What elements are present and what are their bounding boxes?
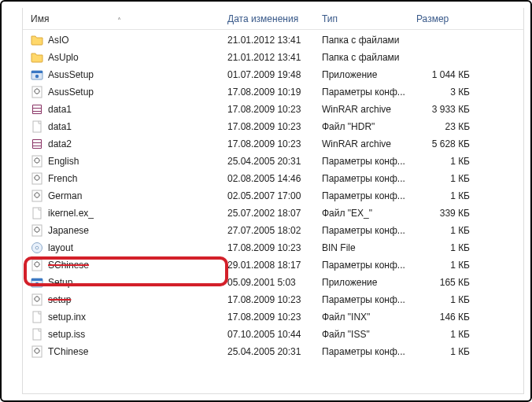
file-name: setup bbox=[48, 294, 71, 305]
file-name: layout bbox=[48, 242, 73, 253]
file-date: 17.08.2009 10:23 bbox=[227, 138, 322, 149]
config-icon bbox=[31, 224, 43, 237]
file-name: Setup bbox=[48, 277, 72, 288]
file-row[interactable]: AsIO21.01.2012 13:41Папка с файлами bbox=[23, 31, 523, 49]
svg-rect-20 bbox=[33, 208, 41, 219]
file-size: 1 КБ bbox=[416, 294, 487, 305]
file-type: Папка с файлами bbox=[322, 52, 416, 63]
file-date: 17.08.2009 10:23 bbox=[227, 294, 322, 305]
file-size: 1 044 КБ bbox=[416, 69, 487, 80]
file-date: 17.08.2009 10:23 bbox=[227, 242, 322, 253]
file-row[interactable]: AsusSetup01.07.2009 19:48Приложение1 044… bbox=[23, 66, 523, 83]
file-date: 17.08.2009 10:23 bbox=[227, 104, 322, 115]
file-size: 1 КБ bbox=[416, 173, 487, 184]
archive-icon bbox=[31, 138, 43, 150]
file-row[interactable]: data117.08.2009 10:23Файл "HDR"23 КБ bbox=[23, 118, 523, 135]
file-date: 02.05.2007 17:00 bbox=[227, 190, 322, 201]
file-type: Параметры конф... bbox=[322, 156, 416, 167]
file-type: Файл "INX" bbox=[322, 312, 416, 323]
file-date: 25.07.2002 18:07 bbox=[227, 208, 322, 219]
config-icon bbox=[31, 190, 43, 202]
header-type[interactable]: Тип bbox=[322, 13, 416, 24]
header-size[interactable]: Размер bbox=[416, 13, 487, 24]
file-row[interactable]: setup.iss07.10.2005 10:44Файл "ISS"1 КБ bbox=[23, 326, 523, 343]
file-row[interactable]: German02.05.2007 17:00Параметры конф...1… bbox=[23, 187, 523, 205]
file-date: 29.01.2008 18:17 bbox=[227, 260, 322, 271]
file-row[interactable]: English25.04.2005 20:31Параметры конф...… bbox=[23, 153, 523, 170]
file-size: 1 КБ bbox=[416, 225, 487, 236]
file-name: setup.inx bbox=[48, 312, 86, 323]
file-row[interactable]: AsusSetup17.08.2009 10:19Параметры конф.… bbox=[23, 83, 523, 101]
svg-rect-9 bbox=[33, 121, 41, 132]
svg-rect-32 bbox=[33, 312, 41, 323]
file-type: WinRAR archive bbox=[322, 138, 416, 149]
file-name: AsusSetup bbox=[48, 87, 94, 98]
file-row[interactable]: AsUplo21.01.2012 13:41Папка с файлами bbox=[23, 49, 523, 66]
file-type: Параметры конф... bbox=[322, 225, 416, 236]
config-icon bbox=[31, 259, 43, 271]
file-rows: AsIO21.01.2012 13:41Папка с файламиAsUpl… bbox=[23, 30, 523, 360]
svg-rect-11 bbox=[33, 140, 41, 142]
svg-point-2 bbox=[35, 75, 39, 78]
file-type: Папка с файлами bbox=[322, 35, 416, 46]
file-size: 23 КБ bbox=[416, 121, 487, 132]
file-type: Файл "HDR" bbox=[322, 121, 416, 132]
file-row[interactable]: French02.08.2005 14:46Параметры конф...1… bbox=[23, 170, 523, 187]
svg-rect-33 bbox=[33, 329, 41, 340]
svg-rect-8 bbox=[33, 112, 41, 113]
archive-icon bbox=[31, 103, 43, 116]
file-size: 146 КБ bbox=[416, 312, 487, 323]
svg-rect-7 bbox=[33, 109, 41, 111]
file-date: 17.08.2009 10:19 bbox=[227, 87, 322, 98]
svg-rect-12 bbox=[33, 143, 41, 146]
file-icon bbox=[31, 311, 43, 323]
file-name: TChinese bbox=[48, 346, 88, 357]
svg-rect-6 bbox=[33, 105, 41, 108]
file-size: 339 КБ bbox=[416, 208, 487, 219]
file-name: German bbox=[48, 190, 82, 201]
file-row[interactable]: SChinese29.01.2008 18:17Параметры конф..… bbox=[23, 256, 523, 274]
file-name: data1 bbox=[48, 121, 72, 132]
file-name: English bbox=[48, 156, 79, 167]
header-date[interactable]: Дата изменения bbox=[227, 13, 322, 24]
svg-rect-28 bbox=[31, 278, 42, 281]
file-date: 07.10.2005 10:44 bbox=[227, 329, 322, 340]
file-date: 17.08.2009 10:23 bbox=[227, 312, 322, 323]
file-type: WinRAR archive bbox=[322, 104, 416, 115]
file-row[interactable]: Japanese27.07.2005 18:02Параметры конф..… bbox=[23, 222, 523, 239]
folder-icon bbox=[31, 51, 43, 64]
file-type: BIN File bbox=[322, 242, 416, 253]
header-name[interactable]: Имя ˄ bbox=[23, 13, 227, 24]
file-size: 3 933 КБ bbox=[416, 104, 487, 115]
file-date: 02.08.2005 14:46 bbox=[227, 173, 322, 184]
file-row[interactable]: data217.08.2009 10:23WinRAR archive5 628… bbox=[23, 135, 523, 153]
svg-rect-13 bbox=[33, 146, 41, 148]
file-row[interactable]: layout17.08.2009 10:23BIN File1 КБ bbox=[23, 239, 523, 256]
config-icon bbox=[31, 86, 43, 98]
file-listview[interactable]: Имя ˄ Дата изменения Тип Размер AsIO21.0… bbox=[22, 8, 524, 394]
file-size: 1 КБ bbox=[416, 260, 487, 271]
file-type: Параметры конф... bbox=[322, 173, 416, 184]
file-row[interactable]: setup17.08.2009 10:23Параметры конф...1 … bbox=[23, 291, 523, 308]
file-row[interactable]: Setup05.09.2001 5:03Приложение165 КБ bbox=[23, 274, 523, 291]
file-row[interactable]: TChinese25.04.2005 20:31Параметры конф..… bbox=[23, 343, 523, 360]
sort-indicator-icon: ˄ bbox=[117, 17, 121, 25]
file-type: Параметры конф... bbox=[322, 190, 416, 201]
file-row[interactable]: setup.inx17.08.2009 10:23Файл "INX"146 К… bbox=[23, 308, 523, 326]
config-icon bbox=[31, 293, 43, 306]
installer-icon bbox=[31, 68, 43, 81]
file-name: ikernel.ex_ bbox=[48, 208, 94, 219]
file-type: Параметры конф... bbox=[322, 87, 416, 98]
svg-point-29 bbox=[35, 282, 39, 286]
file-size: 1 КБ bbox=[416, 242, 487, 253]
file-name: SChinese bbox=[48, 260, 89, 271]
file-type: Файл "ISS" bbox=[322, 329, 416, 340]
file-row[interactable]: data117.08.2009 10:23WinRAR archive3 933… bbox=[23, 101, 523, 118]
folder-icon bbox=[31, 34, 43, 46]
file-name: AsusSetup bbox=[48, 69, 94, 80]
config-icon bbox=[31, 345, 43, 358]
file-type: Параметры конф... bbox=[322, 260, 416, 271]
file-row[interactable]: ikernel.ex_25.07.2002 18:07Файл "EX_"339… bbox=[23, 205, 523, 222]
file-name: AsUplo bbox=[48, 52, 79, 63]
file-icon bbox=[31, 120, 43, 133]
